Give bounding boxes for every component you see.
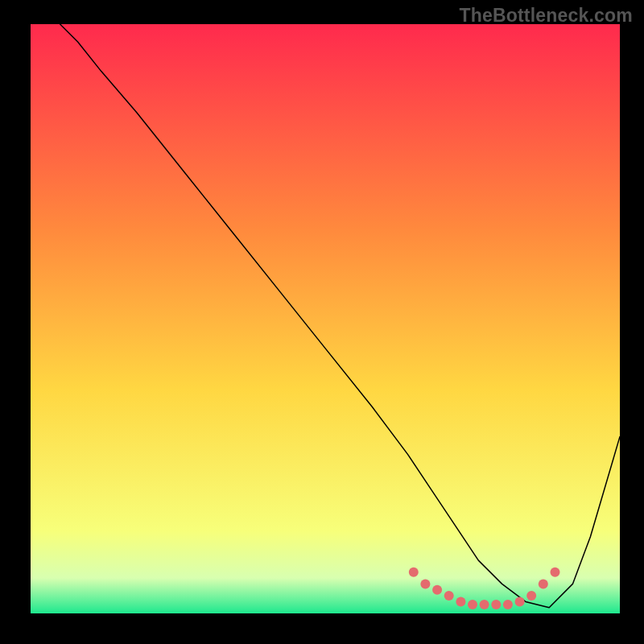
dot-marker — [444, 591, 454, 601]
dot-marker — [456, 597, 465, 606]
dot-marker — [420, 579, 430, 588]
dot-marker — [539, 579, 548, 588]
dot-marker — [409, 568, 419, 577]
dot-marker — [468, 600, 477, 609]
dot-marker — [480, 600, 489, 609]
chart-container: TheBottleneck.com — [0, 0, 644, 644]
plot-background — [31, 24, 620, 613]
dot-marker — [551, 568, 560, 577]
dot-marker — [526, 591, 536, 601]
watermark-text: TheBottleneck.com — [459, 5, 633, 27]
dot-marker — [503, 600, 513, 609]
chart-svg — [0, 0, 644, 644]
dot-marker — [432, 585, 442, 595]
dot-marker — [515, 597, 525, 606]
dot-marker — [491, 600, 501, 609]
